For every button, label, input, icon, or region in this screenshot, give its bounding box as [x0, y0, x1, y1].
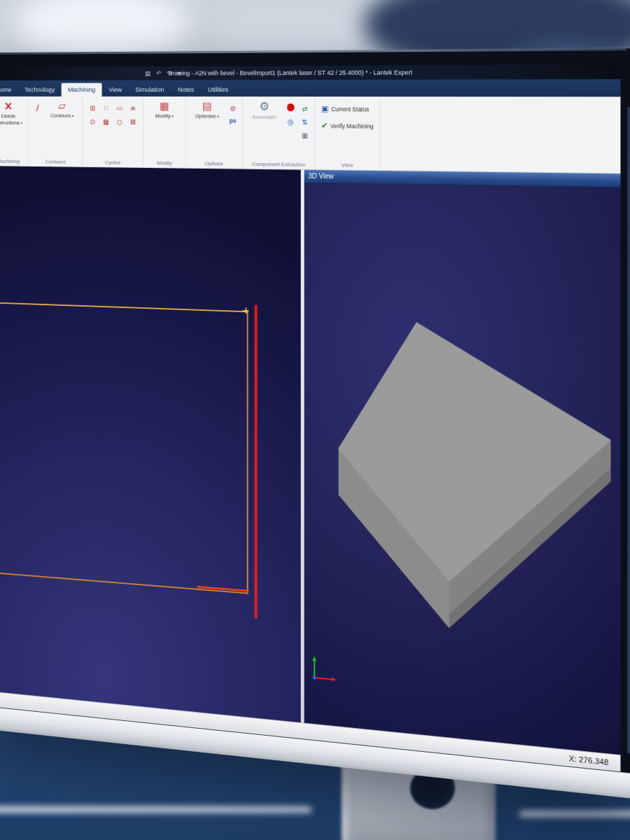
small-grid-icon[interactable] — [299, 129, 312, 139]
crosshair-icon[interactable] — [284, 115, 296, 126]
quick-access-toolbar: ▤ ↶ ↷ ▾ — [145, 66, 181, 80]
stop-octagon-icon[interactable] — [284, 102, 296, 113]
modify-button[interactable]: Modify — [147, 99, 182, 120]
monitor: ▤ ↶ ↷ ▾ Drawing - A2N with bevel - Bevel… — [0, 48, 630, 798]
contour-parallelogram-icon — [58, 101, 65, 111]
part-contour-rectangle — [0, 301, 248, 594]
cycles-hatch-grid-icon[interactable] — [99, 115, 113, 129]
cycles-grid-plus-icon[interactable] — [86, 102, 99, 115]
gear-icon — [259, 101, 270, 113]
delete-cross-icon — [4, 100, 13, 111]
contours-button[interactable]: Contours — [45, 99, 79, 119]
contours-label: Contours — [50, 113, 74, 119]
drawing-viewport-2d[interactable] — [0, 166, 301, 722]
part-3d-slab — [304, 183, 621, 755]
ps-badge-icon[interactable]: ps — [227, 115, 239, 126]
ribbon-group-contours: Contours Contours — [29, 98, 83, 167]
ribbon-group-options: Optimise ps Options — [186, 98, 243, 169]
verify-machining-button[interactable]: Verify Machining — [318, 118, 376, 134]
modify-grid-icon — [160, 101, 169, 112]
optimise-button[interactable]: Optimise — [189, 99, 225, 120]
ribbon-group-component-extraction: Automatic Component Extraction — [243, 98, 315, 169]
tab-machining[interactable]: Machining — [62, 83, 102, 97]
dropdown-icon[interactable]: ▾ — [178, 70, 181, 76]
ribbon-group-cycles: Cycles — [83, 98, 144, 167]
active-cut-line — [255, 305, 257, 618]
window-title-bar[interactable]: ▤ ↶ ↷ ▾ Drawing - A2N with bevel - Bevel… — [0, 64, 620, 80]
status-panel-icon — [321, 105, 328, 113]
tab-simulation[interactable]: Simulation — [129, 83, 171, 97]
window-title: Drawing - A2N with bevel - BevelImport1 … — [0, 64, 620, 80]
group-label-view: View — [318, 160, 376, 170]
menu-icon[interactable]: ▤ — [145, 70, 150, 76]
tab-home[interactable]: Home — [0, 83, 18, 97]
swap-arrows-icon[interactable] — [299, 102, 312, 113]
ps-label: ps — [230, 117, 237, 124]
tab-technology[interactable]: Technology — [18, 83, 61, 97]
cycles-circled-dot-icon[interactable] — [86, 115, 99, 129]
delete-instructions-button[interactable]: Delete Instructions — [0, 99, 25, 126]
verify-check-icon — [321, 122, 328, 130]
ribbon-group-modify: Modify Modify — [144, 98, 186, 168]
viewport-3d-title: 3D View — [308, 172, 333, 180]
ribbon-group-view: Current Status Verify Machining View — [315, 98, 380, 170]
tab-notes[interactable]: Notes — [172, 83, 201, 97]
ribbon-group-machining: Delete Instructions Machining — [0, 98, 29, 166]
updown-arrows-icon[interactable] — [299, 115, 312, 126]
current-status-label: Current Status — [331, 106, 369, 113]
coordinate-axes-icon — [309, 652, 340, 686]
verify-machining-label: Verify Machining — [330, 122, 374, 130]
group-label-options: Options — [189, 159, 239, 169]
undo-icon[interactable]: ↶ — [156, 70, 161, 76]
cycles-circle-icon[interactable] — [113, 115, 126, 129]
cycles-rectangle-icon[interactable] — [113, 102, 126, 115]
redo-icon[interactable]: ↷ — [167, 70, 172, 76]
automatic-label: Automatic — [252, 114, 276, 121]
optimise-label: Optimise — [195, 113, 219, 120]
group-label-cycles: Cycles — [86, 158, 140, 167]
group-label-machining: Machining — [0, 157, 25, 166]
desk-edge-highlight-left — [0, 806, 312, 813]
group-label-component-extraction: Component Extraction — [246, 160, 312, 169]
current-status-button[interactable]: Current Status — [318, 102, 376, 116]
cycles-cross-box-icon[interactable] — [126, 115, 139, 129]
cycles-icon-grid — [86, 99, 140, 130]
desk-edge-highlight-right — [519, 811, 630, 817]
slash-circle-icon[interactable] — [227, 102, 239, 113]
ribbon: Delete Instructions Machining Contours C… — [0, 97, 620, 174]
cycles-dots-icon[interactable] — [99, 102, 113, 115]
optimise-stripes-icon — [202, 101, 211, 112]
viewport-3d-panel: 3D View — [304, 170, 621, 755]
group-label-contours: Contours — [32, 158, 79, 167]
group-label-modify: Modify — [147, 158, 182, 167]
ribbon-tab-bar: Home Technology Machining View Simulatio… — [0, 79, 620, 97]
tab-view[interactable]: View — [102, 83, 128, 96]
delete-instructions-label: Delete Instructions — [0, 113, 25, 125]
modify-label: Modify — [155, 113, 174, 119]
corner-marker-icon — [243, 307, 249, 314]
diagonal-line-icon[interactable] — [32, 102, 43, 111]
viewport-row: 3D View — [0, 166, 620, 755]
automatic-button[interactable]: Automatic — [246, 99, 283, 120]
tab-utilities[interactable]: Utilities — [202, 83, 235, 97]
cycles-lines-icon[interactable] — [126, 102, 139, 115]
viewport-3d-canvas[interactable] — [304, 183, 621, 755]
screen: ▤ ↶ ↷ ▾ Drawing - A2N with bevel - Bevel… — [0, 64, 620, 771]
